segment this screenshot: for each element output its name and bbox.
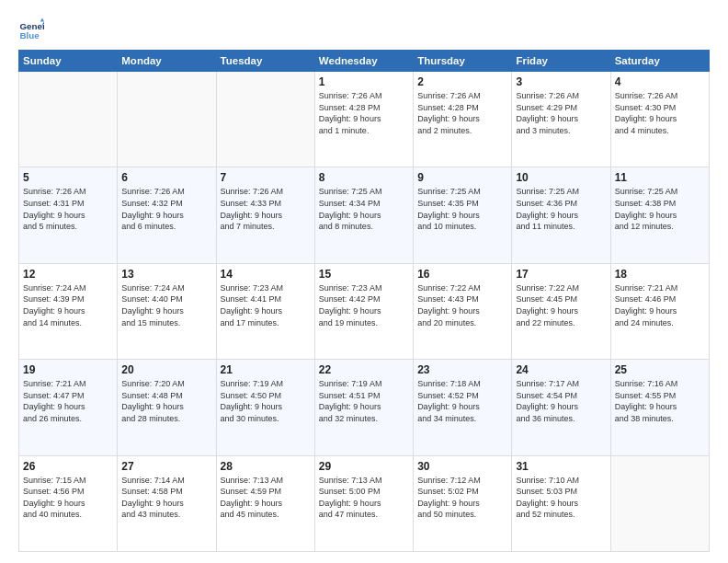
day-info: Sunrise: 7:25 AM Sunset: 4:34 PM Dayligh…: [319, 186, 409, 232]
day-number: 14: [221, 268, 311, 281]
day-number: 3: [516, 75, 606, 88]
day-info: Sunrise: 7:13 AM Sunset: 4:59 PM Dayligh…: [221, 475, 311, 521]
day-info: Sunrise: 7:24 AM Sunset: 4:39 PM Dayligh…: [23, 282, 113, 328]
calendar-cell: 29Sunrise: 7:13 AM Sunset: 5:00 PM Dayli…: [314, 455, 413, 551]
svg-marker-2: [40, 17, 44, 21]
calendar-cell: 3Sunrise: 7:26 AM Sunset: 4:29 PM Daylig…: [512, 72, 610, 167]
calendar-cell: 18Sunrise: 7:21 AM Sunset: 4:46 PM Dayli…: [610, 263, 709, 359]
page: General Blue SundayMondayTuesdayWednesda…: [0, 0, 728, 563]
day-info: Sunrise: 7:14 AM Sunset: 4:58 PM Dayligh…: [121, 475, 211, 521]
day-number: 18: [615, 268, 705, 281]
calendar-week-1: 1Sunrise: 7:26 AM Sunset: 4:28 PM Daylig…: [19, 72, 710, 167]
day-info: Sunrise: 7:15 AM Sunset: 4:56 PM Dayligh…: [23, 475, 113, 521]
logo-icon: General Blue: [18, 17, 44, 42]
calendar-cell: 25Sunrise: 7:16 AM Sunset: 4:55 PM Dayli…: [610, 360, 709, 455]
calendar-cell: 13Sunrise: 7:24 AM Sunset: 4:40 PM Dayli…: [118, 263, 216, 359]
day-number: 20: [121, 363, 211, 376]
day-number: 25: [615, 363, 705, 376]
day-info: Sunrise: 7:26 AM Sunset: 4:32 PM Dayligh…: [121, 186, 211, 232]
calendar-cell: 27Sunrise: 7:14 AM Sunset: 4:58 PM Dayli…: [118, 455, 216, 551]
calendar-cell: 21Sunrise: 7:19 AM Sunset: 4:50 PM Dayli…: [216, 360, 314, 455]
calendar-week-3: 12Sunrise: 7:24 AM Sunset: 4:39 PM Dayli…: [19, 263, 710, 359]
day-info: Sunrise: 7:23 AM Sunset: 4:41 PM Dayligh…: [221, 282, 311, 328]
day-number: 5: [23, 171, 113, 184]
day-info: Sunrise: 7:17 AM Sunset: 4:54 PM Dayligh…: [516, 378, 606, 424]
day-number: 11: [615, 171, 705, 184]
calendar-cell: [610, 455, 709, 551]
day-info: Sunrise: 7:26 AM Sunset: 4:29 PM Dayligh…: [516, 90, 606, 136]
calendar-cell: 30Sunrise: 7:12 AM Sunset: 5:02 PM Dayli…: [414, 455, 512, 551]
calendar-cell: 24Sunrise: 7:17 AM Sunset: 4:54 PM Dayli…: [512, 360, 610, 455]
calendar-week-5: 26Sunrise: 7:15 AM Sunset: 4:56 PM Dayli…: [19, 455, 710, 551]
day-header-sunday: Sunday: [19, 51, 118, 72]
day-number: 24: [516, 363, 606, 376]
day-info: Sunrise: 7:19 AM Sunset: 4:50 PM Dayligh…: [221, 378, 311, 424]
calendar-cell: 31Sunrise: 7:10 AM Sunset: 5:03 PM Dayli…: [512, 455, 610, 551]
day-number: 26: [23, 460, 113, 473]
day-header-friday: Friday: [512, 51, 610, 72]
calendar-table: SundayMondayTuesdayWednesdayThursdayFrid…: [18, 50, 710, 552]
day-number: 28: [221, 460, 311, 473]
day-number: 1: [319, 75, 409, 88]
calendar-cell: 28Sunrise: 7:13 AM Sunset: 4:59 PM Dayli…: [216, 455, 314, 551]
day-number: 21: [221, 363, 311, 376]
day-number: 8: [319, 171, 409, 184]
day-info: Sunrise: 7:25 AM Sunset: 4:35 PM Dayligh…: [417, 186, 507, 232]
calendar-cell: 14Sunrise: 7:23 AM Sunset: 4:41 PM Dayli…: [216, 263, 314, 359]
calendar-cell: [118, 72, 216, 167]
day-info: Sunrise: 7:12 AM Sunset: 5:02 PM Dayligh…: [417, 475, 507, 521]
day-number: 7: [221, 171, 311, 184]
calendar-cell: 26Sunrise: 7:15 AM Sunset: 4:56 PM Dayli…: [19, 455, 118, 551]
day-info: Sunrise: 7:22 AM Sunset: 4:43 PM Dayligh…: [417, 282, 507, 328]
day-info: Sunrise: 7:22 AM Sunset: 4:45 PM Dayligh…: [516, 282, 606, 328]
calendar-cell: 10Sunrise: 7:25 AM Sunset: 4:36 PM Dayli…: [512, 167, 610, 263]
day-info: Sunrise: 7:19 AM Sunset: 4:51 PM Dayligh…: [319, 378, 409, 424]
day-info: Sunrise: 7:26 AM Sunset: 4:31 PM Dayligh…: [23, 186, 113, 232]
day-number: 4: [615, 75, 705, 88]
day-header-wednesday: Wednesday: [314, 51, 413, 72]
day-header-saturday: Saturday: [610, 51, 709, 72]
day-header-monday: Monday: [118, 51, 216, 72]
calendar-cell: 20Sunrise: 7:20 AM Sunset: 4:48 PM Dayli…: [118, 360, 216, 455]
calendar-cell: 12Sunrise: 7:24 AM Sunset: 4:39 PM Dayli…: [19, 263, 118, 359]
day-number: 9: [417, 171, 507, 184]
calendar-cell: 5Sunrise: 7:26 AM Sunset: 4:31 PM Daylig…: [19, 167, 118, 263]
day-info: Sunrise: 7:20 AM Sunset: 4:48 PM Dayligh…: [121, 378, 211, 424]
header: General Blue: [18, 17, 710, 42]
calendar-cell: 8Sunrise: 7:25 AM Sunset: 4:34 PM Daylig…: [314, 167, 413, 263]
calendar-cell: 6Sunrise: 7:26 AM Sunset: 4:32 PM Daylig…: [118, 167, 216, 263]
day-number: 22: [319, 363, 409, 376]
calendar-cell: 2Sunrise: 7:26 AM Sunset: 4:28 PM Daylig…: [414, 72, 512, 167]
day-info: Sunrise: 7:10 AM Sunset: 5:03 PM Dayligh…: [516, 475, 606, 521]
day-info: Sunrise: 7:25 AM Sunset: 4:36 PM Dayligh…: [516, 186, 606, 232]
day-number: 17: [516, 268, 606, 281]
calendar-cell: [216, 72, 314, 167]
day-info: Sunrise: 7:13 AM Sunset: 5:00 PM Dayligh…: [319, 475, 409, 521]
day-number: 27: [121, 460, 211, 473]
logo: General Blue: [18, 17, 48, 42]
calendar-cell: 22Sunrise: 7:19 AM Sunset: 4:51 PM Dayli…: [314, 360, 413, 455]
day-number: 16: [417, 268, 507, 281]
svg-text:Blue: Blue: [19, 30, 40, 40]
day-number: 2: [417, 75, 507, 88]
calendar-cell: 1Sunrise: 7:26 AM Sunset: 4:28 PM Daylig…: [314, 72, 413, 167]
calendar-header-row: SundayMondayTuesdayWednesdayThursdayFrid…: [19, 51, 710, 72]
day-info: Sunrise: 7:21 AM Sunset: 4:46 PM Dayligh…: [615, 282, 705, 328]
day-header-thursday: Thursday: [414, 51, 512, 72]
calendar-week-2: 5Sunrise: 7:26 AM Sunset: 4:31 PM Daylig…: [19, 167, 710, 263]
day-info: Sunrise: 7:25 AM Sunset: 4:38 PM Dayligh…: [615, 186, 705, 232]
calendar-cell: 17Sunrise: 7:22 AM Sunset: 4:45 PM Dayli…: [512, 263, 610, 359]
day-info: Sunrise: 7:24 AM Sunset: 4:40 PM Dayligh…: [121, 282, 211, 328]
day-number: 6: [121, 171, 211, 184]
calendar-cell: [19, 72, 118, 167]
calendar-cell: 9Sunrise: 7:25 AM Sunset: 4:35 PM Daylig…: [414, 167, 512, 263]
calendar-cell: 11Sunrise: 7:25 AM Sunset: 4:38 PM Dayli…: [610, 167, 709, 263]
day-info: Sunrise: 7:21 AM Sunset: 4:47 PM Dayligh…: [23, 378, 113, 424]
day-number: 29: [319, 460, 409, 473]
day-info: Sunrise: 7:26 AM Sunset: 4:33 PM Dayligh…: [221, 186, 311, 232]
day-info: Sunrise: 7:18 AM Sunset: 4:52 PM Dayligh…: [417, 378, 507, 424]
day-number: 23: [417, 363, 507, 376]
day-info: Sunrise: 7:23 AM Sunset: 4:42 PM Dayligh…: [319, 282, 409, 328]
calendar-cell: 4Sunrise: 7:26 AM Sunset: 4:30 PM Daylig…: [610, 72, 709, 167]
calendar-cell: 23Sunrise: 7:18 AM Sunset: 4:52 PM Dayli…: [414, 360, 512, 455]
